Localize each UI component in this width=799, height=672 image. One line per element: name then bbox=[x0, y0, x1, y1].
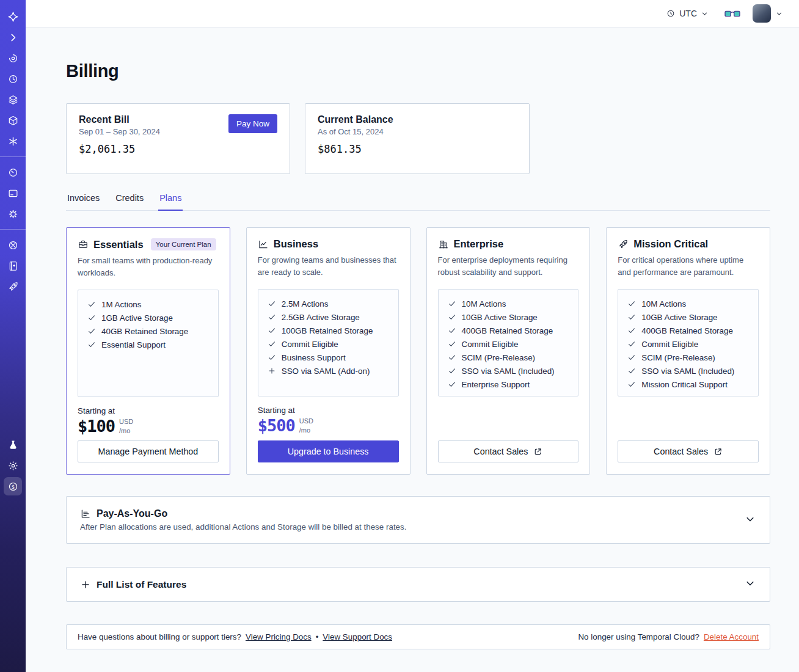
deployments-button[interactable] bbox=[4, 111, 22, 130]
view-support-docs-link[interactable]: View Support Docs bbox=[323, 632, 392, 641]
external-link-icon bbox=[533, 447, 542, 456]
getting-started-rocket-button[interactable] bbox=[4, 277, 22, 296]
chart-line-icon bbox=[258, 239, 269, 250]
plan-header: EssentialsYour Current Plan bbox=[78, 238, 219, 250]
layers-icon bbox=[7, 94, 19, 106]
settings-gear-icon bbox=[7, 208, 19, 220]
view-pricing-docs-link[interactable]: View Pricing Docs bbox=[246, 632, 312, 641]
starting-at-label: Starting at bbox=[78, 406, 219, 415]
glasses-icon[interactable] bbox=[724, 9, 740, 18]
toolbox-icon bbox=[78, 239, 89, 250]
check-icon bbox=[627, 367, 636, 375]
feature-row: 10GB Active Storage bbox=[448, 310, 569, 324]
feature-text: Commit Eligible bbox=[641, 340, 698, 349]
billing-dollar-button[interactable]: $ bbox=[4, 477, 22, 495]
plan-name: Business bbox=[274, 238, 318, 250]
settings-gear-button[interactable] bbox=[4, 205, 22, 223]
feature-text: 10M Actions bbox=[641, 299, 686, 309]
check-icon bbox=[448, 313, 456, 321]
labs-flask-button[interactable] bbox=[4, 436, 22, 454]
contact-sales-button[interactable]: Contact Sales bbox=[618, 440, 759, 462]
plus-icon bbox=[268, 367, 276, 375]
plan-header: Business bbox=[258, 238, 399, 250]
chevron-right-button[interactable] bbox=[4, 28, 22, 46]
check-icon bbox=[87, 313, 96, 322]
delete-question: No longer using Temporal Cloud? bbox=[578, 632, 699, 641]
usage-button[interactable] bbox=[4, 163, 22, 181]
namespaces-icon bbox=[7, 53, 19, 64]
tab-credits[interactable]: Credits bbox=[114, 188, 145, 211]
nexus-button[interactable] bbox=[4, 132, 22, 150]
feature-text: Business Support bbox=[282, 353, 346, 362]
support-button[interactable] bbox=[4, 236, 22, 254]
clock-icon bbox=[666, 9, 676, 18]
feature-text: Commit Eligible bbox=[462, 340, 519, 349]
tab-invoices[interactable]: Invoices bbox=[66, 188, 101, 211]
feature-row: 1M Actions bbox=[87, 298, 209, 311]
layers-button[interactable] bbox=[4, 90, 22, 109]
theme-sun-button[interactable] bbox=[4, 456, 22, 475]
check-icon bbox=[268, 340, 276, 348]
chevron-right-icon bbox=[7, 32, 19, 43]
feature-text: 10GB Active Storage bbox=[641, 313, 717, 322]
feature-row: Mission Critical Support bbox=[627, 378, 749, 391]
currency-label: USD bbox=[119, 417, 133, 426]
check-icon bbox=[268, 353, 276, 362]
billing-page: Billing Recent Bill Sep 01 – Sep 30, 202… bbox=[26, 27, 799, 672]
plan-price: $100 bbox=[78, 417, 115, 436]
pay-as-you-go-accordion[interactable]: Pay-As-You-Go After Plan allocations are… bbox=[66, 496, 770, 544]
chevron-down-icon bbox=[744, 577, 756, 590]
docs-book-button[interactable] bbox=[4, 257, 22, 275]
feature-text: 100GB Retained Storage bbox=[282, 326, 373, 335]
check-icon bbox=[448, 367, 456, 375]
labs-flask-icon bbox=[7, 439, 19, 451]
check-icon bbox=[268, 326, 276, 335]
check-icon bbox=[627, 380, 636, 389]
tab-plans[interactable]: Plans bbox=[158, 188, 183, 211]
feature-text: SSO via SAML (Included) bbox=[462, 367, 555, 376]
schedules-button[interactable] bbox=[4, 70, 22, 88]
deployments-icon bbox=[7, 115, 19, 126]
temporal-logo-button[interactable] bbox=[4, 7, 22, 26]
pay-now-button[interactable]: Pay Now bbox=[228, 114, 277, 133]
expand-payg-button[interactable] bbox=[744, 513, 756, 527]
namespaces-button[interactable] bbox=[4, 49, 22, 67]
plan-description: For critical operations where uptime and… bbox=[618, 254, 759, 279]
feature-text: Commit Eligible bbox=[282, 340, 338, 349]
full-features-accordion[interactable]: Full List of Features bbox=[66, 567, 770, 602]
feature-row: 2.5M Actions bbox=[268, 297, 389, 310]
plan-name: Enterprise bbox=[454, 238, 504, 250]
pricing: Starting at$100USD/mo bbox=[78, 406, 219, 436]
timezone-selector[interactable]: UTC bbox=[662, 8, 712, 19]
check-icon bbox=[627, 340, 636, 348]
page-title: Billing bbox=[66, 61, 770, 81]
check-icon bbox=[87, 300, 96, 309]
current-balance-title: Current Balance bbox=[318, 114, 517, 125]
check-icon bbox=[627, 326, 636, 335]
cta-label: Contact Sales bbox=[473, 447, 528, 456]
feature-text: SCIM (Pre-Release) bbox=[641, 353, 715, 362]
timezone-label: UTC bbox=[679, 9, 697, 18]
expand-features-button[interactable] bbox=[744, 577, 756, 591]
manage-payment-method-button[interactable]: Manage Payment Method bbox=[78, 440, 219, 462]
upgrade-to-business-button[interactable]: Upgrade to Business bbox=[258, 440, 399, 462]
sidebar-divider bbox=[0, 229, 26, 230]
plan-description: For growing teams and businesses that ar… bbox=[258, 254, 399, 279]
schedules-icon bbox=[7, 73, 19, 85]
contact-sales-button[interactable]: Contact Sales bbox=[438, 440, 579, 462]
feature-text: 10M Actions bbox=[462, 299, 506, 309]
feature-text: 2.5M Actions bbox=[282, 299, 329, 309]
cta-label: Contact Sales bbox=[654, 447, 708, 456]
feature-row: 2.5GB Active Storage bbox=[268, 310, 389, 324]
recent-bill-card: Recent Bill Sep 01 – Sep 30, 2024 Pay No… bbox=[66, 103, 290, 174]
recent-bill-period: Sep 01 – Sep 30, 2024 bbox=[79, 127, 160, 136]
plan-header: Enterprise bbox=[438, 238, 579, 250]
check-icon bbox=[448, 380, 456, 389]
delete-account-link[interactable]: Delete Account bbox=[704, 632, 759, 641]
account-menu[interactable] bbox=[753, 4, 783, 23]
billing-card-button[interactable] bbox=[4, 184, 22, 202]
feature-row: 400GB Retained Storage bbox=[448, 324, 569, 337]
getting-started-rocket-icon bbox=[7, 281, 19, 293]
user-avatar[interactable] bbox=[753, 4, 771, 23]
payg-description: After Plan allocations are used, additio… bbox=[80, 522, 406, 531]
